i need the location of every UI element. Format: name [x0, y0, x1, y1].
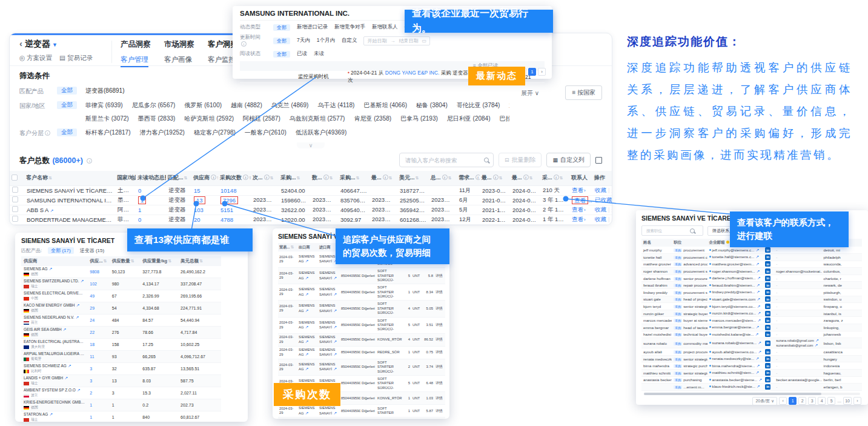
- supplier-name[interactable]: EATON ELECTRICAL (AUSTRALIA) PTY LTD↗: [24, 339, 85, 344]
- external-link-icon[interactable]: ↗: [63, 327, 67, 331]
- filter-option[interactable]: 新增进口记录: [297, 24, 328, 31]
- prev-page-button[interactable]: ‹: [779, 397, 787, 405]
- filter-all-chip[interactable]: 全部: [273, 51, 290, 58]
- collapse-filter-chevron[interactable]: ∨: [297, 142, 325, 148]
- linkedin-icon[interactable]: in: [765, 349, 770, 354]
- external-link-icon[interactable]: ↗: [76, 303, 79, 307]
- supplier-name[interactable]: SIEMENS SCHWEIZ AG↗: [24, 364, 85, 368]
- external-link-icon[interactable]: ↗: [757, 364, 760, 368]
- external-link-icon[interactable]: ↗: [333, 276, 337, 280]
- contact-email[interactable]: bima.mahendra@sieme...: [712, 364, 755, 368]
- other-email[interactable]: suzana.robalo@gmail.com↗: [776, 338, 820, 343]
- external-link-icon[interactable]: ↗: [333, 292, 337, 296]
- contact-email[interactable]: darlene.j.hoffman@siem...: [712, 276, 756, 280]
- column-header[interactable]: 采...i⇅: [540, 171, 569, 185]
- supply-count[interactable]: 1: [87, 399, 109, 411]
- external-link-icon[interactable]: ↗: [50, 208, 53, 213]
- external-link-icon[interactable]: ↗: [48, 267, 52, 271]
- cell-value[interactable]: 0: [138, 216, 141, 223]
- tier-filter[interactable]: 低活跃客户(49369): [296, 128, 346, 137]
- country-filter[interactable]: 菲律宾 (6939): [85, 101, 123, 110]
- contact-email[interactable]: renata.medveczky@sie...: [712, 356, 755, 361]
- tab-产品洞察[interactable]: 产品洞察: [121, 39, 151, 50]
- country-filter[interactable]: 越南 (4882): [231, 101, 262, 110]
- external-link-icon[interactable]: ↗: [756, 290, 760, 294]
- external-link-icon[interactable]: ↗: [333, 411, 337, 415]
- contact-email[interactable]: marcos.mercader@siem...: [712, 318, 757, 322]
- row-checkbox[interactable]: [12, 206, 18, 212]
- cell-value[interactable]: 7296: [220, 196, 238, 204]
- column-header[interactable]: 最...i⇅: [510, 171, 540, 185]
- importer[interactable]: SIEMENS SANAYİ↗: [318, 359, 340, 375]
- horizontal-scrollbar[interactable]: [644, 393, 860, 395]
- linkedin-icon[interactable]: in: [765, 268, 770, 274]
- exporter[interactable]: SIEMENS AG↗: [297, 346, 318, 359]
- linkedin-icon[interactable]: in: [765, 318, 770, 323]
- external-link-icon[interactable]: ↗: [755, 332, 758, 336]
- batch-delete-button[interactable]: ⊟批量删除: [499, 153, 542, 167]
- importer[interactable]: SIEMENS SANAYİ↗: [318, 284, 340, 301]
- column-header[interactable]: 供应数量⇅: [110, 256, 141, 266]
- external-link-icon[interactable]: ↗: [755, 325, 759, 329]
- external-link-icon[interactable]: ↗: [758, 341, 761, 345]
- contact-email[interactable]: tonette.hall@siemens.c...: [712, 255, 755, 259]
- linkedin-icon[interactable]: in: [765, 261, 770, 267]
- supplier-name[interactable]: AMBIENT SYSTEM SP Z.O.O↗: [24, 388, 85, 393]
- row-checkbox[interactable]: [12, 216, 18, 222]
- search-icon[interactable]: [484, 158, 489, 162]
- supplier-filter-all[interactable]: 全部 (17): [48, 247, 73, 254]
- view-contact-link[interactable]: 查看: [572, 206, 583, 213]
- pagination-button[interactable]: 1: [528, 68, 536, 76]
- supply-count[interactable]: 2: [87, 387, 109, 399]
- contact-email[interactable]: matthieu.schmitt@siem...: [712, 370, 755, 374]
- cell-value[interactable]: 4788: [220, 216, 233, 223]
- linkedin-icon[interactable]: in: [765, 304, 770, 309]
- contact-email[interactable]: nurcin.kirdi@siemens.co...: [712, 311, 757, 315]
- country-filter[interactable]: 孟加拉国 (3784): [509, 101, 509, 110]
- supply-count[interactable]: 22: [87, 327, 109, 339]
- supplier-name[interactable]: SIEMENS AG↗: [24, 267, 85, 271]
- column-header[interactable]: 匹配...⇅: [166, 171, 191, 185]
- exporter[interactable]: SIEMENS AG↗: [297, 251, 318, 268]
- sort-icon[interactable]: ⇅: [416, 176, 419, 180]
- external-link-icon[interactable]: ↗: [305, 292, 309, 296]
- external-link-icon[interactable]: ↗: [305, 276, 309, 280]
- country-filter[interactable]: 墨西哥 (2833): [138, 115, 176, 123]
- external-link-icon[interactable]: ↗: [49, 412, 53, 416]
- contact-email[interactable]: bjorn.teryd@siemens.co...: [712, 304, 756, 308]
- external-link-icon[interactable]: ↗: [755, 370, 759, 374]
- external-link-icon[interactable]: ↗: [305, 411, 309, 415]
- customer-name[interactable]: ABB S A: [27, 207, 48, 213]
- column-header[interactable]: 次...i⇅: [251, 171, 279, 185]
- cell-value[interactable]: 20: [194, 216, 200, 223]
- other-email[interactable]: becker.anastasia@google...↗: [776, 378, 821, 382]
- detail-link[interactable]: 详情: [434, 333, 445, 346]
- exporter[interactable]: SIEMENS AG↗: [297, 317, 318, 333]
- by-country-button[interactable]: ≡ 按国家: [565, 85, 602, 100]
- exporter[interactable]: SIEMENS AG↗: [297, 333, 318, 346]
- tier-filter[interactable]: 一般客户(2610): [245, 128, 287, 137]
- customer-name[interactable]: SAMSUNG INTERNATIONAL INC.: [27, 197, 115, 204]
- page-button[interactable]: 5: [827, 397, 835, 405]
- tier-filter[interactable]: 潜力客户(19252): [139, 128, 184, 137]
- sort-icon[interactable]: ⇅: [499, 176, 503, 180]
- page-size-select[interactable]: 20条/页 ∨: [752, 397, 777, 405]
- external-link-icon[interactable]: ↗: [757, 283, 760, 287]
- detail-link[interactable]: 详情: [434, 418, 445, 419]
- customer-name[interactable]: SIEMENS SANAYİ VE TİCARET AN: [27, 187, 115, 194]
- expand-toggle[interactable]: 展开 ∨: [521, 89, 539, 98]
- external-link-icon[interactable]: ↗: [757, 276, 761, 280]
- sort-icon[interactable]: ⇅: [297, 176, 300, 180]
- sort-icon[interactable]: ⇅: [104, 259, 107, 263]
- sort-icon[interactable]: ⇅: [217, 176, 218, 180]
- detail-link[interactable]: 详情: [434, 301, 445, 317]
- country-filter[interactable]: 巴拿马 (2193): [400, 115, 438, 123]
- contact-email[interactable]: ayoub.allali@siemens.co...: [712, 350, 757, 354]
- sort-icon[interactable]: ⇅: [330, 176, 333, 180]
- external-link-icon[interactable]: ↗: [757, 269, 760, 273]
- fullscreen-icon[interactable]: [595, 157, 602, 164]
- supplier-name[interactable]: ARPIAL METALURGIA LIGEIRA LDA↗: [24, 351, 85, 356]
- column-header[interactable]: 美元总额⇅: [178, 256, 221, 266]
- row-action-link[interactable]: 收藏: [595, 206, 606, 213]
- contact-email[interactable]: roger.shannon@siemen...: [712, 269, 755, 273]
